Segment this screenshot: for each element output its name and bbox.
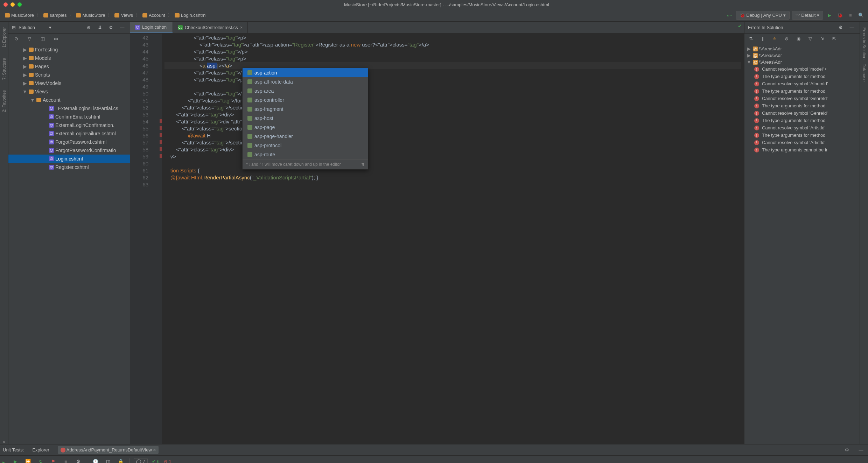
error-group[interactable]: ▼@\\Areas\Adr [744,59,860,65]
code-area[interactable]: 4243444546474849505152535455565758596061… [130,34,744,444]
completion-item[interactable]: asp-route [243,150,368,159]
completion-popup[interactable]: asp-actionasp-all-route-dataasp-areaasp-… [242,68,368,170]
error-item[interactable]: !The type arguments cannot be ir [744,146,860,154]
error-item[interactable]: !Cannot resolve symbol 'ArtistId' [744,124,860,131]
error-item[interactable]: !The type arguments for method [744,73,860,80]
tree-item[interactable]: @ForgotPassword.cshtml [8,138,130,146]
gear-icon[interactable]: ⚙ [843,446,851,454]
run-all-icon[interactable]: ⏩ [24,457,32,463]
target-icon[interactable]: ⊕ [84,23,93,32]
breadcrumb-item[interactable]: MusicStore [74,12,107,19]
structure-tool-tab[interactable]: 7: Structure [2,56,7,82]
error-item[interactable]: !Cannot resolve symbol 'ArtistId' [744,139,860,146]
tree-item[interactable]: ▶Scripts [8,71,130,79]
favorites-tool-tab[interactable]: 2: Favorites [2,88,7,114]
editor-tab[interactable]: C#CheckoutControllerTest.cs × [173,22,248,33]
completion-item[interactable]: asp-page-handler [243,132,368,141]
rerun-failed-icon[interactable]: ⚑ [49,457,57,463]
gear-icon[interactable]: ⚙ [836,23,845,32]
filter-icon[interactable]: ▽ [25,35,34,43]
error-item[interactable]: !Cannot resolve symbol 'AlbumId' [744,80,860,87]
code-text[interactable]: <"attr">class="tag">p> <"attr">class="ta… [162,34,744,444]
hide-icon[interactable]: — [857,446,865,454]
stop-button[interactable]: ■ [846,11,855,20]
minimize-window[interactable] [10,2,15,7]
run-icon[interactable]: ▶ [11,457,20,463]
error-item[interactable]: !Cannot resolve symbol 'GenreId' [744,109,860,117]
editor-tab[interactable]: @Login.cshtml [130,22,173,33]
explorer-tree[interactable]: ▶ForTesting▶Models▶Pages▶Scripts▶ViewMod… [8,44,130,444]
tree-item[interactable]: @Login.cshtml [8,155,130,163]
dropdown-icon[interactable]: ▾ [49,25,51,30]
errors-tool-tab[interactable]: Errors in Solution [862,25,867,62]
history-icon[interactable]: 🕐 [91,457,100,463]
gear-icon[interactable]: ⚙ [107,23,115,32]
hide-icon[interactable]: — [848,23,856,32]
completion-item[interactable]: asp-all-route-data [243,77,368,86]
breadcrumb-item[interactable]: Account [140,12,167,19]
tree-item[interactable]: ▶ForTesting [8,45,130,54]
errors-list[interactable]: ▶@\\Areas\Adr▶@\\Areas\Adr▼@\\Areas\Adr!… [744,44,860,444]
completion-item[interactable]: asp-fragment [243,105,368,114]
completion-item[interactable]: asp-area [243,86,368,95]
error-group[interactable]: ▶@\\Areas\Adr [744,45,860,52]
breadcrumb-item[interactable]: Login.cshtml [173,12,209,19]
run-config-selector[interactable]: 🐞 Debug | Any CPU ▾ [736,11,790,20]
ut-session-tab[interactable]: AddressAndPayment_ReturnsDefaultView × [58,446,159,454]
analysis-ok-icon[interactable]: ✔ [738,23,742,29]
run-tests-icon[interactable]: ▶ [0,458,8,463]
completion-item[interactable]: asp-host [243,114,368,123]
tree-item[interactable]: @ConfirmEmail.cshtml [8,113,130,121]
search-everywhere-icon[interactable]: 🔍 [857,11,865,20]
database-tool-tab[interactable]: Database [862,62,867,84]
breadcrumb-item[interactable]: Views [112,12,135,19]
error-group[interactable]: ▶@\\Areas\Adr [744,52,860,59]
warning-icon[interactable]: ⚠ [770,35,779,43]
tree-item[interactable]: @Register.cshtml [8,163,130,171]
completion-item[interactable]: asp-action [243,68,368,77]
tree-item[interactable]: ▶ViewModels [8,79,130,87]
tree-item[interactable]: @ExternalLoginFailure.cshtml [8,129,130,138]
lock-icon[interactable]: 🔒 [117,457,125,463]
close-window[interactable] [4,2,8,7]
rerun-icon[interactable]: ↻ [36,457,45,463]
pause-icon[interactable]: ‖ [758,35,767,43]
completion-item[interactable]: asp-protocol [243,141,368,150]
tree-item[interactable]: @ExternalLoginConfirmation. [8,121,130,129]
run-button[interactable]: ▶ [825,11,834,20]
error-item[interactable]: !The type arguments for method [744,131,860,139]
default-selector[interactable]: 〰 Default ▾ [792,11,823,20]
more-icon[interactable]: » [3,439,5,444]
hide-icon[interactable]: — [118,23,126,32]
debug-button[interactable]: 🐞 [836,11,844,20]
completion-item[interactable]: asp-page [243,123,368,132]
tree-item[interactable]: @_ExternalLoginsListPartial.cs [8,104,130,113]
error-item[interactable]: !The type arguments for method [744,87,860,95]
collapse-icon[interactable]: ⇱ [830,35,838,43]
breadcrumb-item[interactable]: samples [41,12,69,19]
layout-icon[interactable]: ◫ [104,457,112,463]
tree-item[interactable]: ▼Views [8,87,130,96]
eye-off-icon[interactable]: ⊘ [782,35,791,43]
error-item[interactable]: !The type arguments for method [744,117,860,124]
stop-icon[interactable]: ■ [62,457,70,463]
filter-icon[interactable]: ▽ [806,35,814,43]
eye-icon[interactable]: ◉ [794,35,803,43]
settings-icon[interactable]: ⚙ [74,457,83,463]
error-item[interactable]: !The type arguments for method [744,102,860,109]
flask-icon[interactable]: ⚗ [747,35,755,43]
scope-icon[interactable]: ⊙ [12,35,20,43]
explorer-tool-tab[interactable]: 1: Explorer [2,25,7,50]
expand-icon[interactable]: ⇲ [818,35,826,43]
error-item[interactable]: !Cannot resolve symbol 'GenreId' [744,95,860,102]
breadcrumb-item[interactable]: MusicStore [3,12,36,19]
zoom-window[interactable] [18,2,22,7]
tree-item[interactable]: ▶Pages [8,62,130,71]
tree-item[interactable]: ▶Models [8,54,130,62]
collapse-icon[interactable]: ⇊ [96,23,104,32]
show-all-icon[interactable]: ◫ [38,35,47,43]
tree-item[interactable]: @ForgotPasswordConfirmatio [8,146,130,155]
ut-explorer-tab[interactable]: Explorer [29,446,52,454]
sync-icon[interactable]: ⤺ [725,11,734,20]
preview-icon[interactable]: ▭ [52,35,60,43]
